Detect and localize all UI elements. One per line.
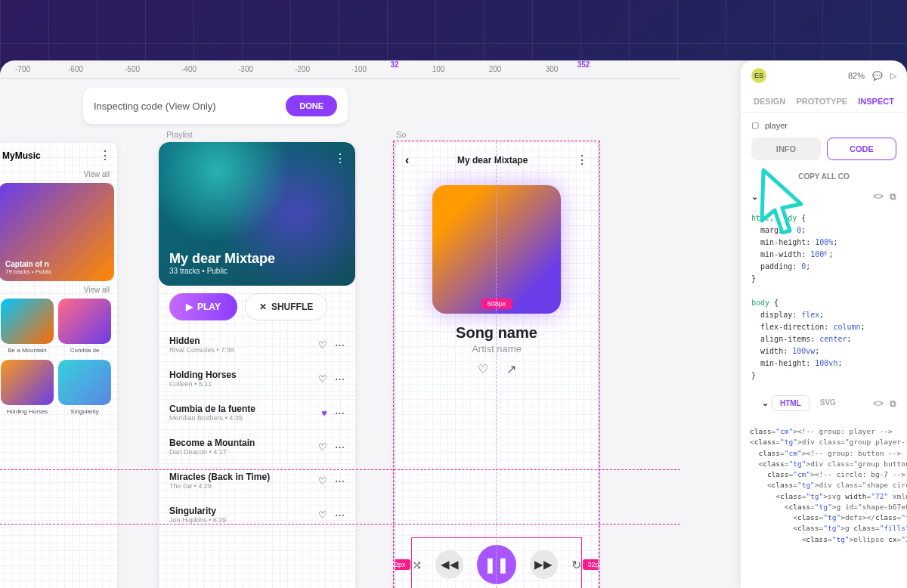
back-icon[interactable]: ‹ (405, 153, 409, 167)
view-all-link[interactable]: View all (0, 284, 117, 296)
playlist-meta: 33 tracks • Public (169, 267, 345, 275)
frame-icon: ▢ (751, 120, 759, 130)
track-meta: Jon Hopkins • 6:29 (169, 516, 226, 524)
track-title: Hidden (169, 336, 234, 346)
size-badge: 608px (481, 299, 512, 309)
banner-text: Inspecting code (View Only) (94, 101, 216, 112)
track-title: Become a Mountain (169, 438, 255, 448)
track-meta: Dan Deacon • 4:17 (169, 448, 255, 456)
view-all-link[interactable]: View all (0, 169, 117, 180)
album-card[interactable]: Holding Horses (1, 360, 54, 415)
pause-button[interactable]: ❚❚ (477, 545, 515, 584)
track-row[interactable]: Cumbia de la fuenteMeridian Brothers • 4… (159, 396, 355, 430)
artist-name: Artist name (395, 343, 599, 354)
lang-tab-html[interactable]: HTML (772, 395, 809, 411)
copy-icon[interactable]: ⧉ (890, 191, 896, 202)
play-icon[interactable]: ▷ (890, 71, 896, 81)
track-title: Cumbia de la fuente (169, 404, 255, 414)
more-icon[interactable]: ⋮ (99, 148, 111, 162)
more-icon[interactable]: ⋮ (334, 151, 346, 166)
album-card[interactable]: Be a Mountain (1, 299, 54, 354)
artboard-playlist[interactable]: ⋮ My dear Mixtape 33 tracks • Public ▶PL… (159, 142, 355, 588)
repeat-icon[interactable]: ↻ (571, 558, 581, 572)
code-icon[interactable]: <> (873, 191, 884, 202)
layer-row[interactable]: ▢ player (741, 113, 907, 138)
more-icon[interactable]: ⋯ (335, 509, 345, 521)
ruler-horizontal: -700 -600 -500 -400 -300 -200 -100 32 10… (0, 60, 680, 79)
heart-icon[interactable]: ♡ (318, 475, 327, 487)
heart-icon[interactable]: ♡ (318, 441, 327, 453)
track-row[interactable]: Holding HorsesColleen • 5:11♡⋯ (159, 362, 355, 396)
heart-icon[interactable]: ♥ (321, 407, 327, 419)
play-button[interactable]: ▶PLAY (169, 293, 237, 320)
shuffle-icon[interactable]: ⤮ (412, 558, 422, 572)
margin-badge: 32px (583, 559, 599, 570)
track-title: Singularity (169, 506, 226, 516)
more-icon[interactable]: ⋯ (335, 339, 345, 351)
playlist-title: My dear Mixtape (169, 251, 345, 267)
copy-icon[interactable]: ⧉ (890, 398, 896, 409)
track-title: Miracles (Back in Time) (169, 472, 270, 482)
html-code[interactable]: class="cm"><!-- group: player --> <class… (741, 422, 907, 549)
next-button[interactable]: ▶▶ (530, 550, 558, 579)
player-controls-selection[interactable]: 32px ⤮ ◀◀ ❚❚ ▶▶ ↻ 32px 320 x 72 (411, 537, 582, 588)
inspection-banner: Inspecting code (View Only) DONE (83, 88, 348, 124)
lang-tab-svg[interactable]: SVG (813, 395, 844, 411)
avatar[interactable]: ES (751, 68, 766, 83)
inspector-panel: ES 82% 💬 ▷ DESIGN PROTOTYPE INSPECT ▢ pl… (741, 60, 907, 588)
app-title: MyMusic (2, 150, 41, 161)
margin-badge: 32px (395, 559, 410, 570)
album-art[interactable]: 608px (432, 185, 561, 314)
comment-icon[interactable]: 💬 (872, 71, 883, 81)
zoom-level[interactable]: 82% (848, 71, 865, 80)
more-icon[interactable]: ⋯ (335, 475, 345, 487)
tab-design[interactable]: DESIGN (754, 97, 785, 106)
artboard-label-song[interactable]: So (396, 130, 406, 139)
track-meta: Colleen • 5:11 (169, 380, 237, 388)
play-icon: ▶ (186, 302, 193, 312)
artboard-music[interactable]: MyMusic ⋮ View all Captain of n 79 track… (0, 142, 117, 588)
shuffle-button[interactable]: ✕SHUFFLE (245, 293, 327, 320)
track-meta: Meridian Brothers • 4:35 (169, 414, 255, 422)
song-name: Song name (395, 324, 599, 342)
more-icon[interactable]: ⋯ (335, 441, 345, 453)
album-card[interactable]: Cumbia de (58, 299, 111, 354)
prev-button[interactable]: ◀◀ (435, 550, 463, 579)
heart-icon[interactable]: ♡ (318, 339, 327, 351)
code-toggle[interactable]: CODE (827, 138, 896, 160)
cursor-illustration (756, 166, 809, 234)
track-title: Holding Horses (169, 370, 237, 380)
more-icon[interactable]: ⋯ (335, 373, 345, 385)
track-row[interactable]: SingularityJon Hopkins • 6:29♡⋯ (159, 498, 355, 532)
more-icon[interactable]: ⋮ (576, 153, 588, 167)
song-header: My dear Mixtape (457, 155, 528, 166)
track-row[interactable]: HiddenRival Consoles • 7:38♡⋯ (159, 328, 355, 362)
share-icon[interactable]: ↗ (506, 362, 516, 376)
tab-prototype[interactable]: PROTOTYPE (796, 97, 847, 106)
track-meta: The Dø • 4:29 (169, 482, 270, 490)
artboard-song[interactable]: ‹ My dear Mixtape ⋮ 608px Song name Arti… (395, 142, 599, 588)
chevron-down-icon[interactable]: ⌄ (762, 398, 769, 408)
more-icon[interactable]: ⋯ (335, 407, 345, 419)
track-meta: Rival Consoles • 7:38 (169, 346, 234, 354)
tab-inspect[interactable]: INSPECT (858, 97, 894, 106)
artboard-label-playlist[interactable]: Playlist (166, 130, 193, 139)
heart-icon[interactable]: ♡ (478, 362, 488, 376)
sparkle-icon (801, 249, 869, 317)
done-button[interactable]: DONE (286, 95, 337, 116)
heart-icon[interactable]: ♡ (318, 373, 327, 385)
shuffle-icon: ✕ (259, 302, 267, 312)
code-icon[interactable]: <> (873, 398, 884, 409)
playlist-hero: ⋮ My dear Mixtape 33 tracks • Public (159, 142, 355, 286)
track-row[interactable]: Become a MountainDan Deacon • 4:17♡⋯ (159, 430, 355, 464)
album-card[interactable]: Singularity (58, 360, 111, 415)
design-canvas[interactable]: -700 -600 -500 -400 -300 -200 -100 32 10… (0, 60, 907, 588)
layer-name: player (765, 121, 788, 130)
heart-icon[interactable]: ♡ (318, 509, 327, 521)
info-toggle[interactable]: INFO (751, 138, 821, 160)
featured-card[interactable]: Captain of n 79 tracks • Public (0, 183, 114, 281)
